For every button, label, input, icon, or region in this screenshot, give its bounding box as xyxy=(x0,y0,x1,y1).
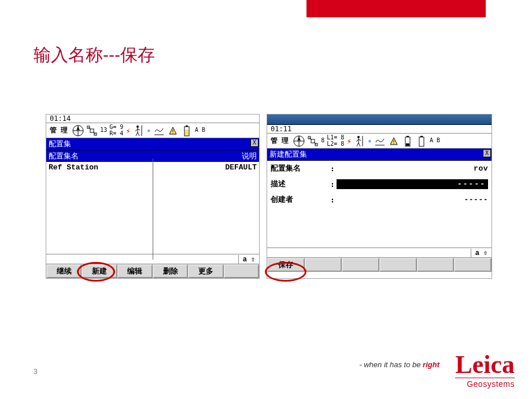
field-value: rov xyxy=(337,164,488,173)
close-icon[interactable]: X xyxy=(250,139,258,147)
cell-name: Ref Station xyxy=(49,163,98,172)
mgmt-label: 管 理 xyxy=(268,136,291,146)
input-mode-indicator[interactable]: a ⇧ xyxy=(238,255,259,264)
time-label: 01:14 xyxy=(46,114,259,123)
screenshots-row: 01:14 管 理 13 G= 9R= 4 ⚡ ∗ ! xyxy=(46,114,492,279)
section-bar-configset: 配置集 X xyxy=(46,138,259,150)
close-icon[interactable]: X xyxy=(483,149,491,157)
cell-desc: DEFAULT xyxy=(225,163,257,172)
colon: : xyxy=(328,195,337,204)
logo: Leica Geosystems xyxy=(455,352,515,389)
signal-icon xyxy=(153,125,165,136)
svg-rect-34 xyxy=(419,137,424,146)
field-label: 创建者 xyxy=(271,194,328,205)
new-button[interactable]: 新建 xyxy=(82,264,117,278)
button-row: 继续 新建 编辑 删除 更多 xyxy=(46,264,259,278)
bolt-icon: ⚡ xyxy=(346,136,351,146)
logo-brand: Leica xyxy=(455,352,515,378)
bluetooth-icon: ∗ xyxy=(147,127,151,135)
field-value: ----- xyxy=(337,195,488,204)
bolt-icon: ⚡ xyxy=(125,126,130,135)
form-body: 配置集名 : rov 描述 : ----- 创建者 : ----- xyxy=(267,161,492,247)
page-number: 3 xyxy=(34,368,38,376)
edit-button[interactable]: 编辑 xyxy=(117,264,153,278)
person-icon xyxy=(354,135,365,147)
ab-label: A B xyxy=(430,138,440,144)
col-name: 配置集名 xyxy=(49,151,79,161)
delete-button[interactable]: 删除 xyxy=(153,264,188,278)
mgmt-label: 管 理 xyxy=(47,125,70,135)
section-label: 新建配置集 xyxy=(269,149,307,160)
field-creator[interactable]: 创建者 : ----- xyxy=(271,194,488,205)
time-label: 01:11 xyxy=(267,125,492,134)
save-button[interactable]: 保存 xyxy=(267,258,305,272)
continue-button[interactable]: 继续 xyxy=(46,264,82,278)
sat-count: 8 xyxy=(321,138,324,144)
battery-icon xyxy=(402,135,413,147)
device-screen-right: 01:11 管 理 8 L1= 8L2= 8 ⚡ ∗ ! xyxy=(267,114,492,279)
button-row: 保存 xyxy=(267,258,492,272)
empty-button xyxy=(305,258,342,272)
more-button[interactable]: 更多 xyxy=(188,264,223,278)
svg-rect-16 xyxy=(185,130,189,135)
footer: 3 - when it has to be right Leica Geosys… xyxy=(0,357,532,392)
ab-label: A B xyxy=(195,127,205,134)
warn-icon: ! xyxy=(388,135,400,147)
section-label: 配置集 xyxy=(49,139,71,149)
signal-icon xyxy=(374,135,386,147)
status-bar: 管 理 13 G= 9R= 4 ⚡ ∗ ! A B xyxy=(46,123,259,138)
empty-button xyxy=(417,258,455,272)
sat-lines: L1= 8L2= 8 xyxy=(327,135,344,147)
satellite-icon xyxy=(86,125,98,136)
satellite-icon xyxy=(307,135,319,147)
field-label: 配置集名 xyxy=(271,163,328,173)
compass-icon xyxy=(293,135,305,147)
svg-point-9 xyxy=(136,125,139,128)
col-desc: 说明 xyxy=(242,151,257,161)
svg-rect-32 xyxy=(407,136,409,137)
svg-text:!: ! xyxy=(171,129,174,135)
person-icon xyxy=(133,125,145,136)
window-titlebar xyxy=(267,114,492,125)
svg-rect-35 xyxy=(420,136,423,137)
bluetooth-icon: ∗ xyxy=(368,137,372,145)
svg-rect-15 xyxy=(186,125,188,127)
device-screen-left: 01:14 管 理 13 G= 9R= 4 ⚡ ∗ ! xyxy=(46,114,260,279)
svg-rect-33 xyxy=(406,143,409,146)
battery-icon-2 xyxy=(416,135,427,147)
column-divider xyxy=(153,158,153,260)
sat-count: 13 xyxy=(100,127,107,134)
field-label: 描述 xyxy=(271,179,328,189)
colon: : xyxy=(328,180,337,189)
svg-point-26 xyxy=(357,136,360,138)
colon: : xyxy=(328,164,337,173)
input-mode-indicator[interactable]: a ⇧ xyxy=(471,249,492,257)
warn-icon: ! xyxy=(167,125,179,136)
tagline: - when it has to be right xyxy=(359,360,439,369)
gps-lines: G= 9R= 4 xyxy=(109,124,123,136)
empty-button xyxy=(379,258,417,272)
empty-button xyxy=(454,258,492,272)
empty-button xyxy=(224,264,259,278)
empty-button xyxy=(342,258,379,272)
svg-text:!: ! xyxy=(392,139,395,145)
battery-icon xyxy=(181,125,193,136)
field-description[interactable]: 描述 : ----- xyxy=(271,179,488,189)
section-bar-newconfig: 新建配置集 X xyxy=(267,149,492,161)
mode-row: a ⇧ xyxy=(267,247,492,258)
accent-bar xyxy=(306,0,486,17)
slide-title: 输入名称---保存 xyxy=(34,43,155,67)
compass-icon xyxy=(72,125,84,136)
field-value-focused[interactable]: ----- xyxy=(337,179,488,189)
logo-sub: Geosystems xyxy=(455,378,515,389)
field-config-name[interactable]: 配置集名 : rov xyxy=(271,163,488,173)
status-bar: 管 理 8 L1= 8L2= 8 ⚡ ∗ ! xyxy=(267,134,492,149)
